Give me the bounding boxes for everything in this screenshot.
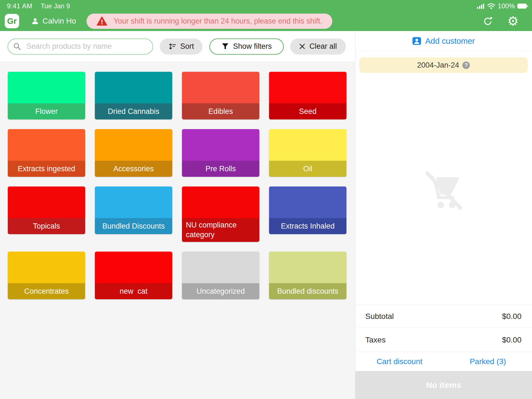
search-icon xyxy=(13,42,21,51)
tile-label-band: Extracts ingested xyxy=(8,161,85,177)
tile-color-area xyxy=(269,186,346,218)
cart-discount-link[interactable]: Cart discount xyxy=(377,357,422,366)
tile-label: Accessories xyxy=(113,164,154,174)
tile-label: Extracts Inhaled xyxy=(281,221,335,231)
tile-color-area xyxy=(269,72,346,103)
tile-label-band: Bundled Discounts xyxy=(95,218,172,234)
shift-warning-banner: Your shift is running longer than 24 hou… xyxy=(87,14,332,29)
tile-label: Uncategorized xyxy=(196,287,245,296)
tile-label: Seed xyxy=(299,107,316,116)
tile-label: Topicals xyxy=(33,221,60,231)
category-tile[interactable]: Dried Cannabis xyxy=(95,72,172,119)
category-tile[interactable]: NU compliance category xyxy=(182,186,259,242)
products-panel: Sort Show filters xyxy=(0,31,355,399)
tile-label-band: Uncategorized xyxy=(182,283,259,299)
warning-triangle-icon xyxy=(97,16,107,26)
tile-color-area xyxy=(182,72,259,103)
tile-label: Oil xyxy=(303,164,312,174)
wifi-icon xyxy=(487,3,495,9)
tile-label: Bundled Discounts xyxy=(102,221,165,231)
tile-label-band: Bundled discounts xyxy=(269,283,346,299)
tile-label-band: Pre Rolls xyxy=(182,161,259,177)
app-header: 9:41 AM Tue Jan 9 xyxy=(0,0,532,31)
taxes-value: $0.00 xyxy=(502,336,521,344)
search-box[interactable] xyxy=(7,39,153,55)
warning-text: Your shift is running longer than 24 hou… xyxy=(113,17,322,25)
show-filters-label: Show filters xyxy=(233,42,272,51)
clear-all-label: Clear all xyxy=(309,42,337,51)
totals-section: Subtotal $0.00 Taxes $0.00 Cart discount… xyxy=(355,305,532,371)
category-tile[interactable]: Edibles xyxy=(182,72,259,119)
products-toolbar: Sort Show filters xyxy=(0,31,355,62)
add-customer-button[interactable]: Add customer xyxy=(355,31,532,51)
category-tile[interactable]: Pre Rolls xyxy=(182,129,259,177)
tile-label-band: new cat xyxy=(95,283,172,299)
category-tile[interactable]: new cat xyxy=(95,252,172,299)
tile-color-area xyxy=(95,72,172,103)
add-customer-label: Add customer xyxy=(425,37,475,46)
sort-button[interactable]: Sort xyxy=(160,39,202,55)
status-date: Tue Jan 9 xyxy=(41,2,70,10)
category-tile[interactable]: Extracts ingested xyxy=(8,129,85,177)
tile-label: Concentrates xyxy=(24,287,69,296)
tile-label: Extracts ingested xyxy=(18,164,75,174)
shift-date-badge[interactable]: 2004-Jan-24 ? xyxy=(359,57,528,73)
tile-label: Bundled discounts xyxy=(277,287,338,296)
tile-label: NU compliance category xyxy=(186,220,255,240)
taxes-row: Taxes $0.00 xyxy=(355,328,532,352)
category-tile[interactable]: Bundled Discounts xyxy=(95,186,172,234)
category-tile[interactable]: Uncategorized xyxy=(182,252,259,299)
contact-card-icon xyxy=(412,37,421,45)
greenline-logo[interactable]: Gr xyxy=(5,14,19,28)
tile-label-band: Concentrates xyxy=(8,283,85,299)
signal-strength-icon xyxy=(477,3,485,9)
tile-color-area xyxy=(182,129,259,161)
tile-label: Pre Rolls xyxy=(206,164,236,174)
category-tile[interactable]: Topicals xyxy=(8,186,85,234)
category-tile[interactable]: Extracts Inhaled xyxy=(269,186,346,234)
empty-cart-area xyxy=(355,77,532,305)
category-grid: FlowerDried CannabisEdiblesSeedExtracts … xyxy=(0,62,355,299)
clear-all-button[interactable]: Clear all xyxy=(290,39,346,55)
tile-label-band: Dried Cannabis xyxy=(95,103,172,119)
taxes-label: Taxes xyxy=(365,336,386,344)
parked-link[interactable]: Parked (3) xyxy=(470,357,506,366)
tile-label: new cat xyxy=(120,287,148,296)
tile-label-band: NU compliance category xyxy=(182,218,259,242)
category-tile[interactable]: Bundled discounts xyxy=(269,252,346,299)
tile-color-area xyxy=(95,186,172,218)
filter-funnel-icon xyxy=(221,43,229,50)
tile-color-area xyxy=(8,252,85,283)
cart-actions-row: Cart discount Parked (3) xyxy=(355,352,532,371)
no-items-bar: No items xyxy=(355,371,532,399)
tile-label-band: Accessories xyxy=(95,161,172,177)
status-time: 9:41 AM xyxy=(7,2,32,10)
tile-label: Edibles xyxy=(208,107,233,116)
settings-gear-icon[interactable]: ⚙ xyxy=(507,15,519,27)
status-bar: 9:41 AM Tue Jan 9 xyxy=(0,0,532,11)
tile-color-area xyxy=(269,252,346,283)
tile-label-band: Oil xyxy=(269,161,346,177)
cart-panel: Add customer 2004-Jan-24 ? xyxy=(355,31,532,399)
tile-color-area xyxy=(95,252,172,283)
tile-color-area xyxy=(269,129,346,161)
header-row: Gr Calvin Ho Your xyxy=(0,11,532,32)
category-tile[interactable]: Oil xyxy=(269,129,346,177)
category-tile[interactable]: Flower xyxy=(8,72,85,119)
category-tile[interactable]: Concentrates xyxy=(8,252,85,299)
tile-color-area xyxy=(95,129,172,161)
person-icon xyxy=(31,17,39,25)
sort-label: Sort xyxy=(180,42,194,51)
tile-label-band: Topicals xyxy=(8,218,85,234)
category-tile[interactable]: Seed xyxy=(269,72,346,119)
category-tile[interactable]: Accessories xyxy=(95,129,172,177)
search-input[interactable] xyxy=(26,42,153,51)
show-filters-button[interactable]: Show filters xyxy=(209,39,284,55)
tile-label-band: Seed xyxy=(269,103,346,119)
tile-color-area xyxy=(182,186,259,218)
help-icon[interactable]: ? xyxy=(462,62,470,69)
refresh-icon[interactable] xyxy=(483,16,493,26)
sort-icon xyxy=(168,42,176,50)
current-user-button[interactable]: Calvin Ho xyxy=(31,17,76,25)
close-icon xyxy=(299,43,305,50)
